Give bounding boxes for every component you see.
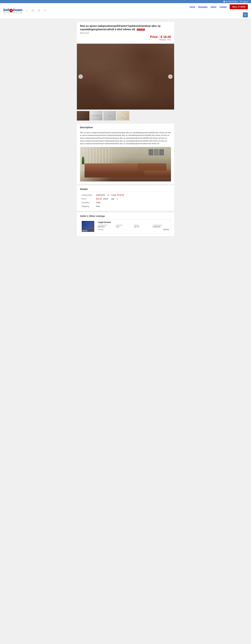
thumbnail-strip [77, 110, 174, 121]
seller-listing-name: Legal Issues [98, 221, 169, 224]
price-col: PRICE $37.00 [134, 224, 151, 228]
carousel-next-button[interactable]: › [168, 74, 173, 79]
details-section: Details Listing Ends : 10/02/2021 In 2 d… [77, 185, 174, 211]
listing-ends-label: Listing Ends : [80, 193, 94, 197]
details-row-shipping: Shipping : Free [80, 205, 171, 208]
search-button[interactable] [243, 12, 248, 18]
listing-ends-col-label: LISTING ENDS [153, 224, 169, 226]
listing-date-value: 9/28/2020 [98, 226, 115, 228]
sellers-other-section: Seller's Other Listings $37.00 Legal Iss… [77, 212, 174, 236]
nav-icons-area [26, 9, 46, 13]
details-title: Details [80, 188, 171, 192]
nav-icon-2 [32, 9, 34, 12]
listing-ends-col-value: 12/08/2020 [153, 226, 169, 228]
logout-link[interactable]: Logout [240, 1, 248, 2]
product-category: Motorcycles [80, 32, 171, 34]
main-product-image [77, 44, 174, 110]
seller-listing-card: $37.00 Legal Issues LISTING DATE 9/28/20… [80, 219, 171, 234]
interior-product-image [80, 147, 171, 182]
thumbnail-3[interactable] [104, 111, 116, 120]
listing-date-col: LISTING DATE 9/28/2020 [98, 224, 115, 228]
price-amount: $16.00 [96, 198, 102, 200]
condition-value: Used [95, 201, 171, 204]
nav-admin[interactable]: Admin [211, 6, 216, 8]
content-wrapper: New au apsoa oadapsodoasqw03rqwerf kqdok… [75, 19, 176, 241]
price-status: (Don) [103, 198, 108, 200]
price-col-value: $37.00 [134, 226, 151, 228]
description-title: Description [80, 126, 171, 130]
seller-price-tag: $37.00 [82, 230, 88, 232]
qty-value: 1 [117, 198, 118, 200]
details-row-condition: Condition : Used [80, 201, 171, 204]
listing-ends-col: LISTING ENDS 12/08/2020 [153, 224, 169, 228]
logo-circle: it [10, 9, 13, 12]
thumbnail-4[interactable] [117, 111, 129, 120]
logo-down: Down [13, 8, 23, 12]
detail-link[interactable]: DETAIL [163, 228, 169, 230]
product-price: Price : $ 16.00 [80, 35, 171, 39]
product-title: New au apsoa oadapsodoasqw03rqwerf kqdok… [80, 24, 171, 31]
sellers-other-title: Seller's Other Listings [80, 215, 171, 217]
details-shipping-value: Free [95, 205, 171, 208]
qty-label: Qty : [111, 198, 115, 200]
details-shipping-label: Shipping : [80, 205, 94, 208]
seller-card-body: Legal Issues LISTING DATE 9/28/2020 SHIP… [96, 221, 169, 230]
shipping-col: SHIPPING Free [116, 224, 133, 228]
thumbnail-1[interactable] [77, 111, 89, 120]
condition-label: Condition : [80, 201, 94, 204]
price-value: $16.00 (Don) Qty : 1 [95, 197, 171, 200]
time-left-value: 2 days 23:58:46 [111, 194, 124, 196]
time-left-label: In [107, 194, 109, 196]
shipping-col-value: Free [116, 226, 133, 228]
price-col-label: PRICE [134, 224, 151, 226]
logo-subtitle: SELL TO BUY WHAT YOU LOVE [3, 12, 23, 14]
details-table: Listing Ends : 10/02/2021 In 2 days 23:5… [80, 193, 171, 208]
product-page: My Sell It Down Logout SellitDown SELL T… [0, 0, 251, 644]
nav-icon-4 [44, 9, 46, 12]
image-carousel: ‹ › [77, 44, 174, 110]
seller-username: oxcloud [98, 228, 103, 230]
sell-it-now-button[interactable]: SELL IT NOW [230, 4, 248, 9]
my-sell-it-down-link[interactable]: My Sell It Down [223, 1, 238, 2]
header-left: SellitDown SELL TO BUY WHAT YOU LOVE [3, 8, 46, 14]
description-text: New au apsoa oadapsodoasqw03rqwerf kqdok… [80, 131, 171, 145]
nav-messages[interactable]: Messages [198, 6, 207, 8]
description-section: Description New au apsoa oadapsodoasqw03… [77, 124, 174, 184]
listing-ends-value: 10/02/2021 In 2 days 23:58:46 [95, 193, 171, 197]
logo[interactable]: SellitDown SELL TO BUY WHAT YOU LOVE [3, 8, 23, 14]
price-area: Price : $ 16.00 Shipping : Free [80, 35, 171, 40]
nav-contact[interactable]: Contact [220, 6, 227, 8]
product-shipping: Shipping : Free [80, 39, 171, 40]
price-label: Price : [80, 197, 94, 200]
listing-date-label: LISTING DATE [98, 224, 115, 226]
top-bar: My Sell It Down Logout [0, 0, 251, 3]
seller-meta-grid: LISTING DATE 9/28/2020 SHIPPING Free PRI… [98, 224, 169, 228]
carousel-main-image [77, 44, 174, 110]
shipping-col-label: SHIPPING [116, 224, 133, 226]
details-row-price: Price : $16.00 (Don) Qty : 1 [80, 197, 171, 200]
nav-home[interactable]: Home [190, 6, 195, 8]
nav-icon-1 [26, 9, 28, 12]
logo-sell: Sell [3, 8, 9, 12]
carousel-prev-button[interactable]: ‹ [78, 74, 83, 79]
auction-badge: AUCTION [137, 29, 145, 30]
product-header: New au apsoa oadapsodoasqw03rqwerf kqdok… [77, 22, 174, 43]
thumbnail-2[interactable] [90, 111, 103, 120]
details-row-listing-ends: Listing Ends : 10/02/2021 In 2 days 23:5… [80, 193, 171, 197]
nav-icon-3 [38, 9, 40, 12]
seller-listing-thumbnail: $37.00 [82, 221, 94, 232]
header: SellitDown SELL TO BUY WHAT YOU LOVE [0, 3, 251, 19]
